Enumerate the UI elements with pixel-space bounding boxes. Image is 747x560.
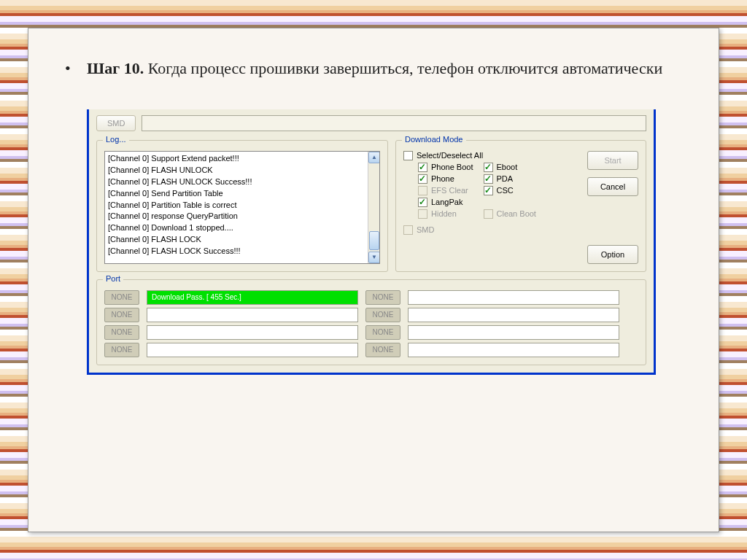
- download-mode-title: Download Mode: [402, 135, 466, 144]
- checkbox-label: Phone: [431, 174, 454, 183]
- port-status-bar: [408, 325, 619, 340]
- port-label[interactable]: NONE: [104, 290, 139, 305]
- checkbox-label: Clean Boot: [497, 209, 536, 218]
- smd-row: SMD: [96, 115, 646, 131]
- smd-checkbox-row: SMD: [403, 225, 580, 235]
- port-status-bar: [147, 325, 358, 340]
- checkbox-label: Phone Boot: [431, 163, 473, 171]
- smd-checkbox-label: SMD: [417, 225, 434, 234]
- checkbox: [418, 209, 427, 219]
- port-label[interactable]: NONE: [365, 290, 400, 305]
- checkbox-label: Eboot: [497, 163, 518, 171]
- scroll-up-icon[interactable]: ▲: [368, 152, 380, 163]
- checkbox[interactable]: [418, 163, 427, 172]
- slide-card: Шаг 10. Когда процесс прошивки завершить…: [28, 28, 719, 532]
- log-title: Log...: [103, 135, 129, 144]
- port-label[interactable]: NONE: [365, 343, 400, 357]
- log-line: [Channel 0] Send Partition Table: [108, 188, 376, 200]
- log-line: [Channel 0] FLASH LOCK: [108, 234, 376, 246]
- step-text: Когда процесс прошивки завершиться, теле…: [144, 59, 662, 77]
- port-status-bar: [408, 290, 619, 305]
- checkbox[interactable]: [418, 198, 427, 207]
- option-eboot[interactable]: Eboot: [484, 163, 536, 172]
- checkbox-label: PDA: [497, 174, 514, 183]
- start-button[interactable]: Start: [587, 151, 638, 170]
- option-hidden: Hidden: [418, 209, 473, 219]
- log-fieldset: Log... [Channel 0] Support Extend packet…: [96, 140, 388, 272]
- flasher-window: SMD Log... [Channel 0] Support Extend pa…: [87, 109, 656, 375]
- option-pda[interactable]: PDA: [484, 174, 536, 184]
- checkbox-label: Hidden: [431, 209, 457, 218]
- checkbox-label: EFS Clear: [431, 186, 468, 195]
- cancel-button[interactable]: Cancel: [587, 177, 638, 196]
- log-line: [Channel 0] FLASH UNLOCK Success!!!: [108, 176, 376, 188]
- port-status-bar: [147, 343, 358, 357]
- log-line: [Channel 0] Support Extend packet!!!: [108, 153, 376, 165]
- checkbox: [484, 209, 493, 219]
- option-efs-clear: EFS Clear: [418, 186, 473, 195]
- step-heading: Шаг 10. Когда процесс прошивки завершить…: [65, 58, 682, 80]
- port-label[interactable]: NONE: [365, 308, 400, 322]
- scroll-down-icon[interactable]: ▼: [368, 252, 380, 263]
- port-status-bar: [408, 343, 619, 357]
- download-mode-fieldset: Download Mode Select/Deselect All Phone …: [395, 140, 646, 272]
- log-textarea[interactable]: [Channel 0] Support Extend packet!!![Cha…: [104, 151, 380, 264]
- select-all-row[interactable]: Select/Deselect All: [403, 151, 580, 160]
- smd-path-field[interactable]: [142, 115, 646, 131]
- log-line: [Channel 0] response QueryPartition: [108, 211, 376, 222]
- checkbox[interactable]: [484, 163, 493, 172]
- port-label[interactable]: NONE: [104, 343, 139, 357]
- port-fieldset: Port NONENONENONENONE Download Pass. [ 4…: [96, 279, 646, 365]
- log-line: [Channel 0] FLASH UNLOCK: [108, 165, 376, 176]
- port-title: Port: [103, 274, 123, 283]
- checkbox[interactable]: [484, 174, 493, 184]
- checkbox-label: CSC: [497, 186, 514, 195]
- select-all-checkbox[interactable]: [403, 151, 413, 160]
- log-line: [Channel 0] FLASH LOCK Success!!!: [108, 246, 376, 257]
- scroll-thumb[interactable]: [369, 231, 379, 250]
- step-number: Шаг 10.: [87, 59, 144, 77]
- checkbox[interactable]: [484, 186, 493, 195]
- option-csc[interactable]: CSC: [484, 186, 536, 195]
- select-all-label: Select/Deselect All: [417, 151, 483, 160]
- port-status-bar: [408, 308, 619, 322]
- port-status-bar: [147, 308, 358, 322]
- option-langpak[interactable]: LangPak: [418, 198, 473, 207]
- option-phone[interactable]: Phone: [418, 174, 473, 184]
- log-line: [Channel 0] Partition Table is correct: [108, 200, 376, 211]
- log-scrollbar[interactable]: ▲ ▼: [368, 152, 379, 263]
- smd-button[interactable]: SMD: [96, 115, 136, 131]
- option-clean-boot: Clean Boot: [484, 209, 536, 219]
- option-button[interactable]: Option: [587, 245, 638, 264]
- checkbox[interactable]: [418, 174, 427, 184]
- port-label[interactable]: NONE: [104, 308, 139, 322]
- option-phone-boot[interactable]: Phone Boot: [418, 163, 473, 172]
- port-label[interactable]: NONE: [365, 325, 400, 340]
- checkbox: [418, 186, 427, 195]
- port-status-pass: Download Pass. [ 455 Sec.]: [147, 290, 358, 305]
- smd-checkbox: [403, 225, 413, 235]
- log-line: [Channel 0] Download 1 stopped....: [108, 222, 376, 234]
- checkbox-label: LangPak: [431, 198, 462, 206]
- port-label[interactable]: NONE: [104, 325, 139, 340]
